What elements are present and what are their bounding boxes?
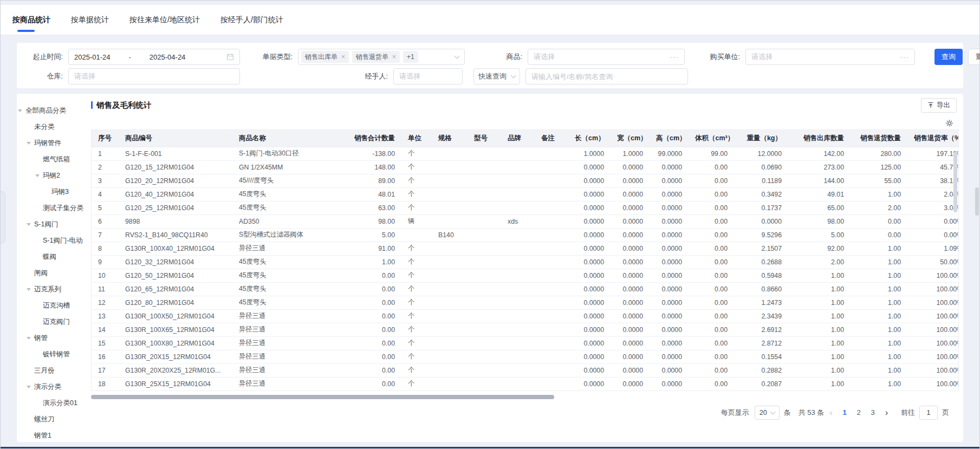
table-cell: [501, 269, 535, 282]
warehouse-select[interactable]: 请选择: [68, 68, 240, 84]
table-cell: 0.0000: [650, 201, 689, 214]
tree-item[interactable]: 演示分类: [18, 379, 90, 395]
page-number[interactable]: 3: [866, 408, 880, 417]
tree-item[interactable]: 迈克系列: [18, 281, 90, 297]
table-cell: G130R_20X20X25_12RM01G...: [119, 363, 232, 377]
tree-item[interactable]: 演示分类01: [18, 395, 90, 411]
keyword-search-input[interactable]: [525, 68, 688, 84]
tree-item[interactable]: 钢管1: [18, 427, 90, 439]
table-row: 5G120_25_12RM01G0445度弯头63.00个0.00000.000…: [92, 201, 959, 214]
tree-item[interactable]: S-1阀门: [18, 216, 90, 232]
tree-item[interactable]: 蝶阀: [18, 249, 90, 265]
date-end-value: 2025-04-24: [150, 53, 186, 61]
tree-item-label: 蝶阀: [43, 249, 56, 265]
tree-expand-icon: [27, 369, 34, 372]
calendar-icon[interactable]: [226, 53, 234, 61]
goto-page-input[interactable]: 1: [919, 406, 938, 420]
tree-expand-icon[interactable]: [27, 142, 34, 145]
export-button[interactable]: 导出: [921, 98, 957, 113]
table-cell: 45度弯头: [232, 282, 338, 296]
tree-item[interactable]: 螺丝刀: [18, 411, 90, 427]
per-page-select[interactable]: 20: [755, 406, 780, 420]
table-cell: 280.00: [851, 147, 907, 160]
tab-item[interactable]: 按商品统计: [12, 5, 50, 35]
tree-item[interactable]: 三月份: [18, 362, 90, 379]
tree-expand-icon[interactable]: [27, 223, 34, 226]
gear-icon[interactable]: [945, 119, 953, 127]
table-cell: 1.00: [788, 296, 851, 309]
reset-button[interactable]: 重置: [968, 49, 980, 65]
date-range-picker[interactable]: 2025-01-24 - 2025-04-24: [68, 49, 240, 65]
table-cell: 个: [401, 323, 432, 336]
tag-close-icon[interactable]: ×: [341, 53, 345, 61]
table-cell: 0.0000: [650, 350, 689, 363]
tree-item[interactable]: 钢管: [18, 330, 90, 346]
tab-bar: 按商品统计按单据统计按往来单位/地区统计按经手人/部门统计: [1, 5, 979, 35]
query-button[interactable]: 查询: [934, 49, 963, 65]
prev-page-icon[interactable]: ‹: [824, 407, 838, 418]
tree-item[interactable]: S-1阀门-电动: [18, 232, 90, 249]
table-cell: S-1阀门-电动30口径: [232, 147, 338, 160]
tab-item[interactable]: 按经手人/部门统计: [220, 5, 283, 35]
tree-expand-icon[interactable]: [27, 386, 34, 388]
table-cell: [535, 214, 568, 228]
tree-item[interactable]: 燃气纸箱: [18, 151, 90, 167]
table-row: 12G120_80_12RM01G0445度弯头0.00个0.00000.000…: [92, 296, 959, 309]
tree-expand-icon[interactable]: [27, 288, 34, 291]
table-cell: 个: [401, 350, 432, 363]
handler-select[interactable]: 请选择: [393, 68, 463, 84]
table-cell: 2.00: [788, 255, 851, 269]
goto-unit: 页: [942, 408, 949, 418]
quick-search-dropdown[interactable]: 快速查询: [473, 68, 520, 84]
table-cell: [501, 336, 535, 350]
table-cell: 0.00: [338, 309, 401, 323]
table-cell: 2: [92, 160, 119, 174]
sidebar-collapse-handle[interactable]: [1, 191, 5, 243]
chevron-down-icon: [511, 73, 516, 79]
tree-item[interactable]: 镀锌钢管: [18, 346, 90, 362]
doc-type-more-tag[interactable]: +1: [403, 51, 418, 63]
tree-item[interactable]: 迈克沟槽: [18, 297, 90, 314]
product-select[interactable]: 请选择 ···: [528, 49, 685, 65]
tree-item[interactable]: 未分类: [18, 119, 90, 135]
tree-expand-icon[interactable]: [27, 337, 34, 340]
tree-expand-icon[interactable]: [35, 174, 43, 177]
tab-item[interactable]: 按单据统计: [71, 5, 109, 35]
doc-type-select[interactable]: 销售出库单×销售退货单×+1: [298, 49, 465, 65]
tree-item[interactable]: 玛钢管件: [18, 135, 90, 151]
tab-item[interactable]: 按往来单位/地区统计: [129, 5, 200, 35]
next-page-icon[interactable]: ›: [880, 407, 893, 418]
table-vertical-scrollbar[interactable]: [953, 152, 957, 212]
table-cell: [501, 350, 535, 363]
table-horizontal-scrollbar[interactable]: [91, 395, 554, 399]
buyer-select[interactable]: 请选择 ···: [745, 49, 915, 65]
tree-item[interactable]: 全部商品分类: [18, 102, 90, 119]
table-cell: [468, 363, 501, 377]
table-cell: G120_15_12RM01G04: [119, 160, 232, 174]
table-cell: 100.00%: [907, 282, 959, 296]
column-header: 体积（cm³）: [689, 130, 734, 147]
table-cell: 2.8712: [734, 336, 788, 350]
page-number[interactable]: 1: [838, 408, 852, 417]
column-header: 序号: [92, 130, 119, 147]
tree-expand-icon: [27, 272, 34, 275]
table-cell: 12: [92, 296, 119, 309]
tree-item[interactable]: 迈克阀门: [18, 314, 90, 330]
table-cell: 1.00: [851, 269, 907, 282]
pagination-bar: 每页显示 20 条 共 53 条 ‹ 123 › 前往 1 页: [90, 400, 958, 425]
page-number[interactable]: 2: [852, 408, 866, 417]
table-cell: [501, 377, 535, 391]
table-cell: 2.00: [851, 201, 907, 214]
tree-expand-icon[interactable]: [18, 109, 25, 112]
doc-type-tag[interactable]: 销售出库单×: [301, 51, 349, 63]
tree-item[interactable]: 闸阀: [18, 265, 90, 281]
tree-item[interactable]: 玛钢3: [18, 184, 90, 200]
page-vertical-scrollbar[interactable]: [975, 187, 979, 216]
tree-item[interactable]: 测试子集分类: [18, 200, 90, 216]
tree-item[interactable]: 玛钢2: [18, 167, 90, 184]
table-cell: [535, 228, 568, 242]
column-header: 销售退货率（%）: [907, 130, 959, 147]
tag-close-icon[interactable]: ×: [392, 53, 396, 61]
doc-type-tag[interactable]: 销售退货单×: [352, 51, 400, 63]
table-row: 9G120_32_12RM01G0445度弯头1.00个0.00000.0000…: [92, 255, 959, 269]
